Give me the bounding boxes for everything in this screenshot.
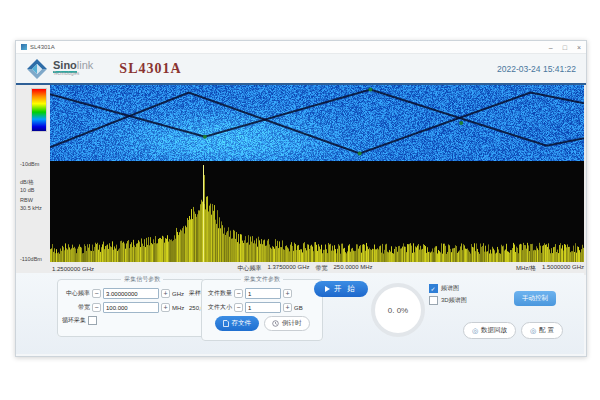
- logo-subtext: Technologies: [53, 72, 93, 77]
- spectrum-gutter: -10dBm dB/格 10 dB RBW 30.5 kHz -110dBm: [16, 161, 50, 262]
- axis-start-freq: 1.2500000 GHz: [52, 266, 94, 272]
- signal-params-title: 采集信号参数: [121, 275, 163, 284]
- page-title: SL4301A: [119, 61, 181, 77]
- progress-gauge: 0. 0%: [371, 283, 425, 337]
- close-button[interactable]: ×: [577, 44, 581, 51]
- waterfall-display: [50, 85, 584, 161]
- axis-stop-freq: 1.5000000 GHz: [542, 264, 584, 273]
- clock-icon: [272, 320, 279, 327]
- file-icon: [223, 320, 229, 327]
- titlebar: SL4301A – □ ×: [16, 41, 586, 54]
- ref-level-label: -10dBm: [20, 161, 39, 167]
- minimize-button[interactable]: –: [549, 44, 553, 51]
- progress-value: 0. 0%: [388, 306, 408, 315]
- checkbox-box-icon: [429, 296, 438, 305]
- logo-diamond-icon: [26, 58, 48, 80]
- timer-button[interactable]: 倒计时: [264, 316, 310, 331]
- center-freq-unit: GHz: [172, 291, 184, 297]
- play-icon: [325, 286, 330, 292]
- axis-span-value: 250.0000 MHz: [334, 264, 373, 273]
- config-button[interactable]: ◎ 配 置: [521, 322, 563, 339]
- file-size-label: 文件大小: [206, 303, 232, 312]
- center-freq-decrement-button[interactable]: −: [92, 289, 101, 298]
- amplitude-colorbar: [31, 88, 47, 132]
- bandwidth-increment-button[interactable]: +: [161, 303, 170, 312]
- waterfall-gutter: [16, 85, 50, 161]
- app-icon: [21, 44, 27, 50]
- file-count-decrement-button[interactable]: −: [234, 289, 243, 298]
- titlebar-title: SL4301A: [30, 44, 55, 50]
- center-freq-increment-button[interactable]: +: [161, 289, 170, 298]
- file-count-increment-button[interactable]: +: [283, 289, 292, 298]
- file-count-input[interactable]: [245, 288, 281, 299]
- save-file-button[interactable]: 存文件: [215, 316, 260, 331]
- scale-value: 10 dB: [20, 187, 34, 193]
- axis-center-value: 1.3750000 GHz: [267, 264, 309, 273]
- gear-icon: ◎: [530, 327, 536, 334]
- scale-label: dB/格: [20, 179, 34, 186]
- file-params-group: 采集文件参数 文件数量 − + 文件大小 − + GB 存文件: [201, 275, 323, 341]
- axis-center-label: 中心频率: [237, 264, 261, 273]
- bandwidth-unit: MHz: [172, 305, 184, 311]
- rbw-value: 30.5 kHz: [20, 205, 42, 211]
- file-size-increment-button[interactable]: +: [283, 303, 292, 312]
- bandwidth-label: 带宽: [62, 303, 90, 312]
- checkbox-box-icon: [429, 284, 438, 293]
- datetime-display: 2022-03-24 15:41:22: [497, 64, 576, 74]
- control-panel: 采集信号参数 中心频率 − + GHz 采样率 带宽 − + MHz 250,0…: [16, 273, 584, 354]
- loop-capture-label: 循环采集: [62, 316, 86, 325]
- floor-level-label: -110dBm: [20, 256, 42, 262]
- rbw-label: RBW: [20, 197, 33, 203]
- spectrum-display: [50, 161, 584, 262]
- file-size-unit: GB: [294, 305, 306, 311]
- app-header: Sinolink Technologies SL4301A 2022-03-24…: [16, 54, 586, 85]
- center-freq-input[interactable]: [103, 288, 159, 299]
- file-count-label: 文件数量: [206, 289, 232, 298]
- center-freq-label: 中心频率: [62, 289, 90, 298]
- manual-control-button[interactable]: 手动控制: [514, 291, 556, 306]
- bandwidth-input[interactable]: [103, 302, 159, 313]
- maximize-button[interactable]: □: [563, 44, 567, 51]
- 3d-spectrum-view-checkbox[interactable]: 3D频谱图: [429, 296, 467, 305]
- gear-icon: ◎: [472, 327, 478, 334]
- brand-logo: Sinolink Technologies: [26, 58, 93, 80]
- spectrum-view-checkbox[interactable]: 频谱图: [429, 284, 459, 293]
- app-window: SL4301A – □ × Sinolink Technologies SL43…: [15, 40, 587, 357]
- axis-span-label: 带宽: [316, 264, 328, 273]
- axis-per-div: MHz/格: [516, 264, 536, 273]
- display-area: -10dBm dB/格 10 dB RBW 30.5 kHz -110dBm 1…: [16, 85, 586, 275]
- file-size-input[interactable]: [245, 302, 281, 313]
- logo-text2: link: [77, 59, 94, 71]
- bandwidth-decrement-button[interactable]: −: [92, 303, 101, 312]
- file-params-title: 采集文件参数: [241, 275, 283, 284]
- loop-capture-checkbox[interactable]: [88, 316, 97, 325]
- file-size-decrement-button[interactable]: −: [234, 303, 243, 312]
- data-playback-button[interactable]: ◎ 数据回放: [463, 322, 516, 339]
- start-button[interactable]: 开 始: [314, 281, 368, 297]
